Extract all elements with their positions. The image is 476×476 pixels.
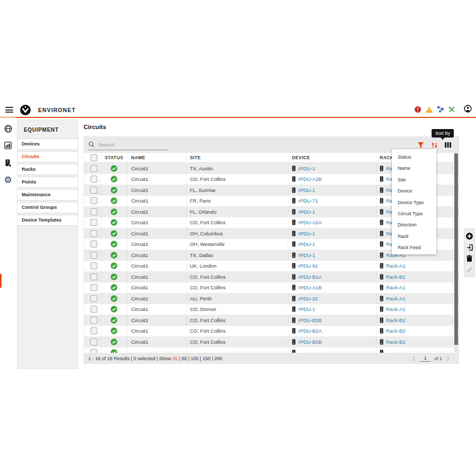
device-link[interactable]: rPDU-1 [298, 209, 315, 215]
row-checkbox[interactable] [90, 349, 97, 353]
page-size-50[interactable]: 50 [181, 356, 187, 361]
device-link[interactable]: rPDU-1 [298, 187, 315, 193]
edit-icon[interactable] [466, 267, 473, 273]
device-link[interactable]: rPDU-A2B [298, 176, 322, 182]
equipment-icon[interactable] [0, 159, 16, 167]
search-input[interactable] [97, 141, 167, 148]
row-checkbox[interactable] [90, 165, 97, 172]
page-size-25[interactable]: 25 [172, 356, 178, 361]
row-checkbox[interactable] [90, 252, 97, 259]
next-page-icon[interactable] [446, 356, 450, 361]
sort-option-site[interactable]: Site [392, 175, 436, 186]
move-icon[interactable] [466, 244, 473, 251]
rack-link[interactable]: Rack-B2 [386, 328, 405, 334]
page-size-200[interactable]: 200 [214, 356, 222, 361]
settings-gear-icon[interactable]: ⚙ [0, 176, 16, 185]
row-checkbox[interactable] [90, 219, 97, 226]
sort-option-rack-feed[interactable]: Rack Feed [392, 242, 436, 253]
pdu-icon [292, 219, 296, 225]
device-link[interactable]: rPDU-B2B [298, 317, 322, 323]
row-checkbox[interactable] [90, 176, 97, 182]
filter-icon[interactable] [417, 142, 424, 149]
page-total-label: of 1 [434, 356, 442, 361]
row-checkbox[interactable] [90, 187, 97, 194]
device-link[interactable]: rPDU-A2A [298, 219, 322, 225]
row-checkbox[interactable] [90, 241, 97, 248]
sidebar-item-device-templates[interactable]: Device Templates [17, 215, 78, 226]
table-scrollbar[interactable] [454, 153, 458, 352]
device-link[interactable]: rPDU-61 [298, 263, 318, 269]
circuit-name: Circuit1 [127, 261, 187, 272]
circuit-name: Circuit1 [127, 217, 187, 228]
rack-link[interactable]: Rack-A1 [386, 263, 405, 269]
page-size-100[interactable]: 100 [191, 356, 199, 361]
sidebar-item-maintenance[interactable]: Maintenance [17, 189, 78, 200]
row-checkbox[interactable] [90, 306, 97, 313]
sidebar-item-racks[interactable]: Racks [17, 164, 78, 175]
column-header-device[interactable]: DEVICE [288, 153, 377, 162]
page-size-150[interactable]: 150 [203, 356, 210, 361]
device-link[interactable]: rPDU-1 [298, 306, 315, 312]
scrollbar-thumb[interactable] [454, 153, 458, 345]
column-header-status[interactable]: STATUS [101, 153, 127, 162]
sidebar-item-devices[interactable]: Devices [17, 139, 78, 150]
circuit-name: Circuit1 [127, 304, 187, 315]
rack-link[interactable]: Rack-A1 [386, 285, 405, 290]
columns-icon[interactable] [445, 142, 451, 148]
rack-link[interactable]: Rack-B1 [386, 339, 405, 345]
device-link[interactable]: rPDU-A1B [298, 285, 322, 290]
previous-page-icon[interactable] [412, 356, 416, 361]
sort-option-status[interactable]: Status [392, 152, 436, 163]
row-checkbox[interactable] [90, 230, 97, 237]
row-checkbox[interactable] [90, 327, 97, 334]
sort-option-name[interactable]: Name [392, 163, 436, 174]
sidebar-item-points[interactable]: Points [17, 177, 78, 188]
connections-icon[interactable] [437, 105, 444, 115]
sort-option-device-type[interactable]: Device Type [392, 197, 436, 208]
hamburger-menu-icon[interactable] [5, 107, 13, 113]
device-link[interactable]: rPDU-1 [298, 241, 315, 247]
sidebar-item-control-groups[interactable]: Control Groups [17, 202, 78, 213]
device-link[interactable]: rPDU-B1B [298, 339, 322, 345]
rack-link[interactable]: Rack-B2 [386, 317, 405, 323]
maintenance-tools-icon[interactable] [448, 105, 455, 115]
row-checkbox[interactable] [90, 262, 97, 269]
device-link[interactable]: rPDU-71 [298, 198, 318, 204]
delete-icon[interactable] [466, 255, 472, 262]
user-account-icon[interactable] [464, 105, 472, 115]
page-number-input[interactable] [420, 355, 431, 362]
row-checkbox[interactable] [90, 317, 97, 324]
sort-option-device[interactable]: Device [392, 186, 436, 197]
device-link[interactable]: rPDU-B1A [298, 274, 322, 280]
rack-link[interactable]: Rack-A1 [386, 306, 405, 312]
row-checkbox[interactable] [90, 284, 97, 291]
device-link[interactable]: rPDU-1 [298, 231, 315, 236]
device-link[interactable]: rPDU-22 [298, 296, 318, 301]
device-link[interactable]: rPDU-1 [298, 252, 315, 258]
sort-icon[interactable] [431, 142, 438, 149]
dashboard-icon[interactable] [0, 142, 16, 149]
column-header-name[interactable]: NAME [127, 153, 187, 162]
column-header-site[interactable]: SITE [187, 153, 288, 162]
rack-link[interactable]: Rack-A1 [386, 296, 405, 301]
select-all-checkbox[interactable] [90, 154, 97, 161]
pdu-icon [292, 231, 296, 236]
row-checkbox[interactable] [90, 273, 97, 280]
warning-alarm-icon[interactable] [426, 105, 433, 115]
sort-option-circuit-type[interactable]: Circuit Type [392, 208, 436, 219]
globe-icon[interactable] [0, 125, 16, 133]
rack-icon [380, 328, 383, 334]
row-checkbox[interactable] [90, 197, 97, 204]
row-checkbox[interactable] [90, 295, 97, 302]
sidebar-item-circuits[interactable]: Circuits [17, 151, 78, 162]
device-link[interactable]: rPDU-1 [298, 166, 315, 171]
rack-link[interactable]: Rack-B1 [386, 274, 405, 280]
add-icon[interactable] [466, 233, 473, 240]
status-ok-icon [111, 208, 117, 215]
sort-option-direction[interactable]: Direction [392, 219, 436, 231]
row-checkbox[interactable] [90, 208, 97, 215]
critical-alarm-icon[interactable] [415, 105, 421, 115]
sort-option-rack[interactable]: Rack [392, 231, 436, 242]
row-checkbox[interactable] [90, 338, 97, 345]
device-link[interactable]: rPDU-B2A [298, 328, 322, 334]
